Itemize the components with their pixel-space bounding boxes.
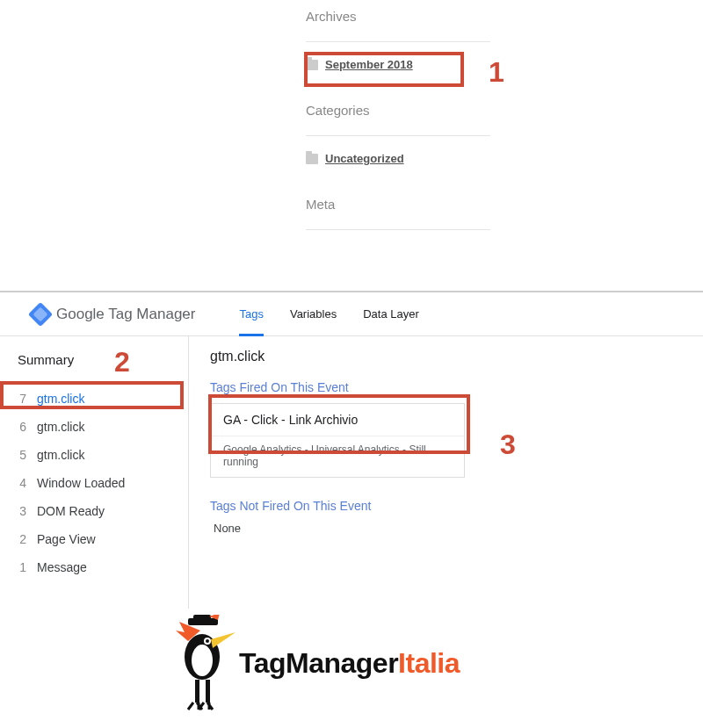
tab-data-layer-label: Data Layer: [363, 307, 419, 321]
event-item-4-window-loaded[interactable]: 4 Window Loaded: [0, 469, 188, 497]
footer-brand-italia: Italia: [398, 647, 460, 679]
event-label: Message: [37, 560, 87, 574]
svg-rect-8: [206, 680, 210, 703]
svg-rect-6: [193, 615, 211, 620]
fired-tag-desc: Google Analytics - Universal Analytics -…: [211, 436, 464, 477]
footer-brand-text: TagManagerItalia: [239, 647, 460, 680]
event-number: 5: [18, 448, 26, 462]
footer-logo: TagManagerItalia: [167, 615, 460, 711]
tab-tags[interactable]: Tags: [239, 292, 263, 335]
divider: [306, 41, 490, 42]
gtm-logo-icon: [28, 301, 53, 326]
event-item-5-gtm-click[interactable]: 5 gtm.click: [0, 441, 188, 469]
event-label: Window Loaded: [37, 476, 125, 490]
gtm-logo: Google Tag Manager: [32, 306, 195, 323]
fired-tag-card[interactable]: GA - Click - Link Archivio Google Analyt…: [210, 403, 465, 478]
event-label: Page View: [37, 532, 96, 546]
categories-widget: Categories Uncategorized: [306, 103, 490, 165]
summary-heading[interactable]: Summary: [0, 345, 188, 385]
gtm-topbar: Google Tag Manager Tags Variables Data L…: [0, 291, 703, 336]
event-label: gtm.click: [37, 420, 84, 434]
event-item-2-page-view[interactable]: 2 Page View: [0, 525, 188, 553]
event-number: 2: [18, 532, 26, 546]
category-link-uncategorized[interactable]: Uncategorized: [325, 152, 404, 165]
event-item-3-dom-ready[interactable]: 3 DOM Ready: [0, 497, 188, 525]
woodpecker-icon: [167, 615, 237, 711]
archives-item: September 2018: [306, 58, 490, 71]
event-number: 6: [18, 420, 26, 434]
gtm-preview-panel: Google Tag Manager Tags Variables Data L…: [0, 291, 703, 609]
archive-link-september-2018[interactable]: September 2018: [325, 58, 413, 71]
annotation-number-1: 1: [489, 56, 504, 89]
divider: [306, 135, 490, 136]
categories-title: Categories: [306, 103, 490, 118]
tab-variables-label: Variables: [290, 307, 337, 321]
tab-data-layer[interactable]: Data Layer: [363, 292, 419, 335]
tab-tags-label: Tags: [239, 307, 263, 321]
tab-variables[interactable]: Variables: [290, 292, 337, 335]
not-fired-none: None: [210, 522, 682, 535]
tags-fired-label: Tags Fired On This Event: [210, 380, 682, 394]
event-number: 3: [18, 504, 26, 518]
svg-point-1: [192, 645, 213, 676]
gtm-body: Summary 7 gtm.click 6 gtm.click 5 gtm.cl…: [0, 336, 703, 609]
event-number: 7: [18, 392, 26, 406]
event-number: 4: [18, 476, 26, 490]
event-number: 1: [18, 560, 26, 574]
gtm-brand-text: Google Tag Manager: [56, 306, 195, 323]
event-list: 7 gtm.click 6 gtm.click 5 gtm.click 4 Wi…: [0, 385, 188, 581]
archives-widget: Archives September 2018: [306, 9, 490, 71]
event-detail-title: gtm.click: [210, 349, 682, 364]
blog-sidebar: Archives September 2018 Categories Uncat…: [306, 9, 490, 262]
svg-point-4: [206, 639, 209, 643]
event-label: gtm.click: [37, 448, 84, 462]
gtm-tabs: Tags Variables Data Layer: [239, 292, 418, 335]
event-item-6-gtm-click[interactable]: 6 gtm.click: [0, 413, 188, 441]
event-label: gtm.click: [37, 392, 84, 406]
event-item-7-gtm-click[interactable]: 7 gtm.click: [0, 385, 188, 413]
categories-item: Uncategorized: [306, 152, 490, 165]
meta-widget: Meta: [306, 197, 490, 230]
folder-icon: [306, 154, 318, 164]
archives-title: Archives: [306, 9, 490, 24]
folder-icon: [306, 60, 318, 70]
svg-marker-2: [211, 632, 236, 648]
tags-not-fired-label: Tags Not Fired On This Event: [210, 499, 682, 513]
gtm-detail-panel: gtm.click Tags Fired On This Event GA - …: [189, 336, 703, 609]
event-item-1-message[interactable]: 1 Message: [0, 553, 188, 581]
divider: [306, 229, 490, 230]
meta-title: Meta: [306, 197, 490, 212]
svg-rect-7: [195, 680, 199, 703]
gtm-event-list-panel: Summary 7 gtm.click 6 gtm.click 5 gtm.cl…: [0, 336, 189, 609]
event-label: DOM Ready: [37, 504, 105, 518]
fired-tag-name: GA - Click - Link Archivio: [211, 404, 464, 436]
footer-brand-tagmanager: TagManager: [239, 647, 398, 679]
